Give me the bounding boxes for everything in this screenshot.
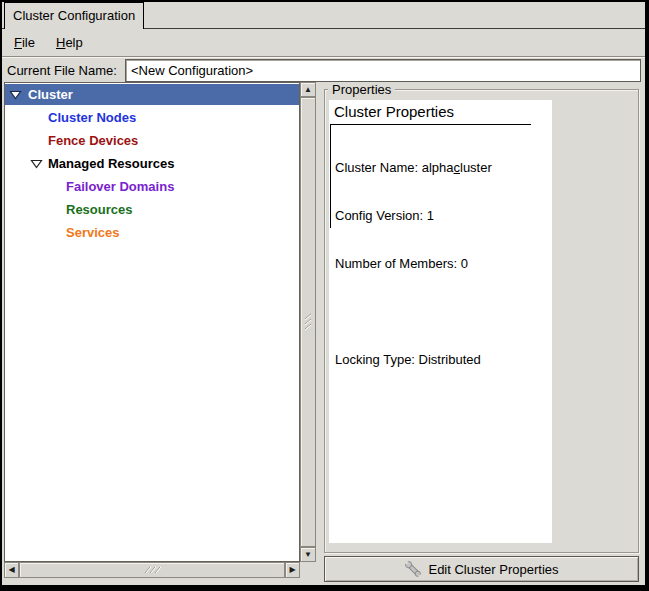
tree-item-label: Services <box>66 222 120 243</box>
tree-horizontal-scrollbar[interactable]: ◀ ▶ <box>4 562 300 578</box>
expander-open-icon[interactable] <box>30 159 43 169</box>
menu-file-mnemonic: F <box>14 35 22 50</box>
scroll-right-button[interactable]: ▶ <box>285 562 300 578</box>
scroll-right-icon: ▶ <box>289 566 295 574</box>
properties-frame-label: Properties <box>328 82 395 97</box>
tree-item-cluster[interactable]: Cluster <box>5 84 299 105</box>
menu-file-label: ile <box>22 35 35 50</box>
tab-cluster-configuration[interactable]: Cluster Configuration <box>4 2 144 29</box>
grip-icon <box>303 313 313 331</box>
properties-heading: Cluster Properties <box>334 103 454 120</box>
tab-label: Cluster Configuration <box>13 8 135 23</box>
tree-item-label: Cluster <box>28 84 73 105</box>
tree-item-managed-resources[interactable]: Managed Resources <box>5 153 299 174</box>
vertical-scrollbar-thumb[interactable] <box>300 97 316 547</box>
menu-help[interactable]: Help <box>52 34 87 54</box>
tree-item-fence-devices[interactable]: Fence Devices <box>5 130 299 151</box>
blank-line <box>335 304 492 320</box>
scroll-down-icon: ▼ <box>304 551 312 559</box>
config-version-line: Config Version: 1 <box>335 208 492 224</box>
scroll-left-button[interactable]: ◀ <box>4 562 19 578</box>
heading-rule <box>330 124 531 125</box>
cluster-tree: Cluster Cluster Nodes Fence Devices Mana… <box>4 82 300 562</box>
tree-item-resources[interactable]: Resources <box>5 199 299 220</box>
scroll-down-button[interactable]: ▼ <box>300 547 316 562</box>
menu-help-label: elp <box>65 35 82 50</box>
scroll-up-icon: ▲ <box>304 86 312 94</box>
app-window: Cluster Configuration File Help Current … <box>0 0 649 591</box>
current-file-name-input[interactable] <box>125 59 641 82</box>
menu-bar: File Help <box>2 29 645 56</box>
scroll-left-icon: ◀ <box>8 566 14 574</box>
menu-help-mnemonic: H <box>56 35 65 50</box>
tree-item-failover-domains[interactable]: Failover Domains <box>5 176 299 197</box>
edit-button-label: Edit Cluster Properties <box>428 562 558 577</box>
edit-cluster-properties-button[interactable]: Edit Cluster Properties <box>324 556 639 582</box>
scroll-up-button[interactable]: ▲ <box>300 82 316 97</box>
tree-item-label: Fence Devices <box>48 130 138 151</box>
pane-splitter[interactable] <box>316 82 324 578</box>
horizontal-scrollbar-thumb[interactable] <box>19 562 285 578</box>
tree-item-label: Failover Domains <box>66 176 174 197</box>
tree-item-services[interactable]: Services <box>5 222 299 243</box>
locking-type-line: Locking Type: Distributed <box>335 352 492 368</box>
tree-item-label: Managed Resources <box>48 153 174 174</box>
cluster-name-line: Cluster Name: alphacluster <box>335 160 492 176</box>
tree-vertical-scrollbar[interactable]: ▲ ▼ <box>300 82 316 562</box>
current-file-name-label: Current File Name: <box>7 58 117 83</box>
tree-item-label: Resources <box>66 199 132 220</box>
menu-file[interactable]: File <box>10 34 39 54</box>
expander-open-icon[interactable] <box>9 90 22 100</box>
window-body: Cluster Configuration File Help Current … <box>2 2 645 585</box>
wrench-icon <box>404 560 422 578</box>
cluster-properties-text: Cluster Name: alphacluster Config Versio… <box>335 128 492 400</box>
grip-icon <box>143 565 161 575</box>
num-members-line: Number of Members: 0 <box>335 256 492 272</box>
tree-item-cluster-nodes[interactable]: Cluster Nodes <box>5 107 299 128</box>
content-left-rule <box>330 124 331 228</box>
tree-item-label: Cluster Nodes <box>48 107 136 128</box>
cluster-name-post: luster <box>460 160 492 175</box>
cluster-name-pre: Cluster Name: alpha <box>335 160 454 175</box>
